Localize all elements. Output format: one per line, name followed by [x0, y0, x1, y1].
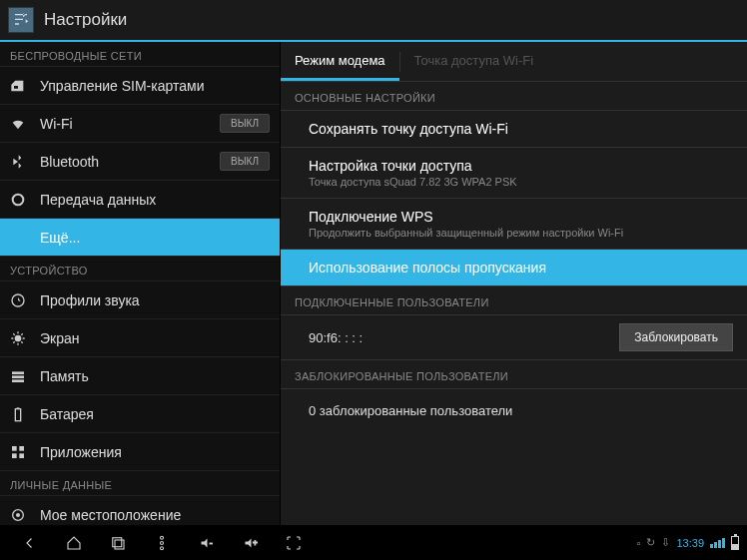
section-device: УСТРОЙСТВО [0, 257, 280, 281]
svg-point-17 [161, 541, 164, 544]
sidebar-label: Wi-Fi [40, 116, 73, 132]
setting-title: Использование полосы пропускания [309, 260, 733, 276]
setting-bandwidth[interactable]: Использование полосы пропускания [281, 250, 747, 286]
nav-recents-button[interactable] [96, 525, 140, 560]
system-nav-bar: - + ▫ ↻ ⇩ 13:39 [0, 525, 747, 560]
sidebar-item-more[interactable]: Ещё... [0, 219, 280, 257]
svg-point-0 [13, 194, 24, 205]
section-personal: ЛИЧНЫЕ ДАННЫЕ [0, 471, 280, 496]
wifi-toggle[interactable]: ВЫКЛ [220, 114, 270, 133]
blocked-users-count: 0 заблокированные пользователи [281, 389, 747, 432]
content-pane: Режим модема Точка доступа Wi-Fi ОСНОВНЫ… [280, 42, 747, 525]
sidebar-item-display[interactable]: Экран [0, 319, 280, 357]
setting-ap-config[interactable]: Настройка точки доступа Точка доступа sQ… [281, 148, 747, 199]
sidebar-label: Приложения [40, 444, 122, 460]
sidebar-item-wifi[interactable]: Wi-Fi ВЫКЛ [0, 105, 280, 143]
svg-text:-: - [210, 538, 213, 548]
sidebar-label: Ещё... [40, 230, 80, 246]
section-basic-settings: ОСНОВНЫЕ НАСТРОЙКИ [281, 82, 747, 111]
setting-title: Настройка точки доступа [309, 158, 733, 174]
nav-menu-icon[interactable] [140, 525, 184, 560]
sidebar-item-battery[interactable]: Батарея [0, 395, 280, 433]
bluetooth-icon [10, 154, 32, 170]
settings-sidebar: БЕСПРОВОДНЫЕ СЕТИ Управление SIM-картами… [0, 42, 280, 525]
sidebar-label: Батарея [40, 406, 94, 422]
svg-point-12 [16, 513, 20, 517]
svg-rect-4 [12, 375, 24, 378]
section-blocked-users: ЗАБЛОКИРОВАННЫЕ ПОЛЬЗОВАТЕЛИ [281, 360, 747, 389]
battery-status-icon [731, 536, 739, 550]
svg-rect-6 [15, 408, 20, 420]
svg-rect-15 [115, 540, 124, 549]
svg-rect-10 [12, 453, 17, 458]
svg-rect-7 [17, 407, 20, 408]
status-bar-right[interactable]: ▫ ↻ ⇩ 13:39 [637, 536, 739, 550]
settings-app-icon [8, 7, 34, 33]
svg-rect-5 [12, 379, 24, 382]
notification-icon: ▫ [637, 537, 641, 549]
setting-keep-ap[interactable]: Сохранять точку доступа Wi-Fi [281, 111, 747, 148]
bluetooth-toggle[interactable]: ВЫКЛ [220, 152, 270, 171]
tab-tethering[interactable]: Режим модема [281, 42, 399, 81]
screenshot-icon[interactable] [272, 525, 316, 560]
section-connected-users: ПОДКЛЮЧЕННЫЕ ПОЛЬЗОВАТЕЛИ [281, 286, 747, 315]
sidebar-label: Мое местоположение [40, 507, 181, 523]
sidebar-item-apps[interactable]: Приложения [0, 433, 280, 471]
location-icon [10, 507, 32, 523]
sound-icon [10, 292, 32, 308]
setting-title: Сохранять точку доступа Wi-Fi [309, 121, 733, 137]
wifi-icon [10, 116, 32, 132]
sidebar-label: Память [40, 368, 89, 384]
sidebar-label: Экран [40, 330, 80, 346]
sidebar-item-location[interactable]: Мое местоположение [0, 496, 280, 525]
svg-rect-11 [19, 453, 24, 458]
nav-back-button[interactable] [8, 525, 52, 560]
setting-wps[interactable]: Подключение WPS Продолжить выбранный защ… [281, 199, 747, 250]
signal-icon [710, 538, 725, 548]
setting-subtitle: Точка доступа sQuad 7.82 3G WPA2 PSK [309, 176, 733, 188]
svg-point-2 [15, 334, 22, 341]
tab-bar: Режим модема Точка доступа Wi-Fi [281, 42, 747, 82]
sidebar-item-storage[interactable]: Память [0, 357, 280, 395]
download-icon: ⇩ [661, 536, 670, 549]
sync-icon: ↻ [646, 536, 655, 549]
tab-hotspot[interactable]: Точка доступа Wi-Fi [400, 42, 548, 81]
connected-user-row: 90:f6: : : : Заблокировать [281, 315, 747, 360]
svg-point-16 [161, 536, 164, 539]
apps-icon [10, 444, 32, 460]
storage-icon [10, 368, 32, 384]
app-title: Настройки [44, 10, 127, 30]
setting-title: Подключение WPS [309, 209, 733, 225]
svg-rect-3 [12, 371, 24, 374]
setting-subtitle: Продолжить выбранный защищенный режим на… [309, 227, 733, 239]
svg-rect-14 [113, 537, 122, 546]
sidebar-label: Передача данных [40, 192, 156, 208]
block-button[interactable]: Заблокировать [619, 323, 733, 351]
display-icon [10, 330, 32, 346]
svg-rect-8 [12, 446, 17, 451]
sidebar-label: Bluetooth [40, 154, 99, 170]
svg-text:+: + [253, 539, 258, 548]
battery-icon [10, 406, 32, 422]
clock: 13:39 [676, 537, 704, 549]
sidebar-item-sim[interactable]: Управление SIM-картами [0, 67, 280, 105]
sim-icon [10, 78, 32, 94]
sidebar-label: Управление SIM-картами [40, 78, 204, 94]
sidebar-item-bluetooth[interactable]: Bluetooth ВЫКЛ [0, 143, 280, 181]
sidebar-label: Профили звука [40, 292, 140, 308]
mac-address: 90:f6: : : : [309, 330, 619, 345]
svg-point-18 [161, 546, 164, 549]
sidebar-item-sound[interactable]: Профили звука [0, 281, 280, 319]
app-header: Настройки [0, 0, 747, 42]
sidebar-item-data-usage[interactable]: Передача данных [0, 181, 280, 219]
data-usage-icon [10, 192, 32, 208]
nav-home-button[interactable] [52, 525, 96, 560]
volume-up-icon[interactable]: + [228, 525, 272, 560]
section-wireless: БЕСПРОВОДНЫЕ СЕТИ [0, 42, 280, 67]
svg-rect-9 [19, 446, 24, 451]
volume-down-icon[interactable]: - [184, 525, 228, 560]
